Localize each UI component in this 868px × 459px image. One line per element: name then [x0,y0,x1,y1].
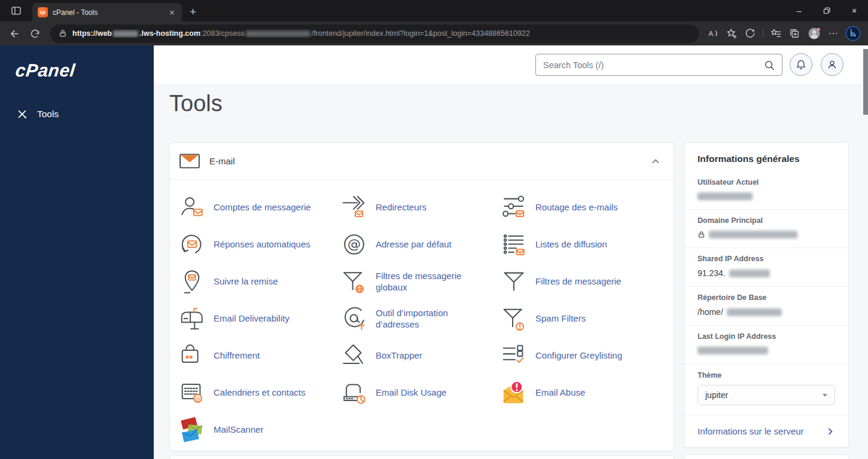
tool-item[interactable]: Spam Filters [500,300,674,337]
tool-link[interactable]: Réponses automatiques [214,238,310,250]
profile-avatar[interactable] [807,26,821,41]
browser-toolbar: https://web.lws-hosting.com:2083/cpsess/… [0,22,868,45]
tool-item[interactable]: Configurer Greylisting [500,337,674,374]
favorites-icon[interactable] [770,27,782,39]
tool-link[interactable]: Comptes de messagerie [214,201,311,213]
lock-icon[interactable] [59,29,67,38]
toolbar-icons: A [705,26,863,41]
tool-link[interactable]: Filtres de messagerie [535,276,621,287]
info-row-value: 91.234. [698,268,835,278]
autoresponders-icon [178,231,206,258]
tool-item[interactable]: BoxTrapper [340,337,500,374]
tool-item[interactable]: Réponses automatiques [178,226,340,263]
read-aloud-icon[interactable]: A [707,27,719,39]
collapse-section-button[interactable] [651,157,660,166]
tool-link[interactable]: Spam Filters [535,313,586,325]
general-info-title: Informations générales [684,143,848,172]
tool-link[interactable]: Outil d’importation d’adresses [376,307,485,331]
back-button[interactable] [5,25,24,42]
info-row-label: Utilisateur Actuel [698,178,835,186]
restore-button[interactable] [813,0,840,22]
notifications-button[interactable] [790,53,812,76]
calendars-contacts-icon: @ [178,379,206,406]
server-info-link[interactable]: Informations sur le serveur [698,426,804,436]
browser-chrome: cp cPanel - Tools × + – × https://web.lw… [0,0,868,45]
bing-chat-icon[interactable] [845,26,861,41]
svg-text:@: @ [348,237,361,252]
address-bar[interactable]: https://web.lws-hosting.com:2083/cpsess/… [50,25,699,43]
tool-link[interactable]: Chiffrement [214,350,260,362]
email-section-card: E-mail Comptes de messagerieRedirecteurs… [169,142,674,451]
tool-link[interactable]: Email Disk Usage [376,387,446,399]
browser-tab[interactable]: cp cPanel - Tools × [32,3,182,22]
new-tab-button[interactable]: + [190,5,196,19]
bell-icon [796,59,806,70]
tool-item[interactable]: Email Deliverability [178,300,340,337]
tool-link[interactable]: Routage des e-mails [535,201,618,213]
sidebar-item-tools[interactable]: Tools [16,108,154,120]
account-button[interactable] [821,53,843,76]
tool-item[interactable]: @Calendriers et contacts [178,374,340,411]
tool-item[interactable]: Email Disk Usage [340,374,500,411]
tool-item[interactable]: Listes de diffusion [500,226,674,263]
tool-item[interactable]: Redirecteurs [340,189,500,226]
tool-item[interactable]: Comptes de messagerie [178,189,340,226]
browser-essentials-icon[interactable] [744,27,756,39]
tool-item[interactable]: Suivre la remise [178,263,340,300]
info-row-label: Last Login IP Address [698,332,835,341]
scrollbar-thumb[interactable] [863,49,868,115]
tool-link[interactable]: Suivre la remise [214,276,278,287]
tool-link[interactable]: Listes de diffusion [535,238,607,250]
page-scrollbar[interactable] [863,45,868,459]
tool-item[interactable]: Outil d’importation d’adresses [340,300,500,337]
tool-link[interactable]: Adresse par défaut [376,238,452,250]
tab-title: cPanel - Tools [53,8,163,17]
server-info-link-row[interactable]: Informations sur le serveur [684,415,848,447]
tool-item[interactable]: Filtres de messagerie [500,263,674,300]
collections-icon[interactable] [788,27,800,39]
redacted-url-segment [246,30,310,37]
search-icon[interactable] [764,60,775,71]
redacted-value [709,231,797,238]
redacted-value [698,347,768,354]
info-row: Répertoire De Base/home/ [684,286,848,325]
tool-item[interactable]: Chiffrement [178,337,340,374]
tool-link[interactable]: Configurer Greylisting [535,350,622,362]
tool-link[interactable]: Redirecteurs [376,201,427,213]
tool-link[interactable]: Email Abuse [535,387,585,399]
refresh-button[interactable] [25,25,44,42]
spam-filters-icon [500,305,528,332]
theme-select[interactable]: jupiter [698,385,835,405]
tool-link[interactable]: Filtres de messagerie globaux [376,270,485,293]
tool-item[interactable]: Filtres de messagerie globaux [340,263,500,300]
svg-text:@: @ [195,395,201,402]
tool-item[interactable]: Email Abuse [500,374,674,411]
search-input[interactable] [543,60,759,70]
info-row-label: Domaine Principal [698,216,835,225]
tool-item[interactable]: MailScanner [178,411,340,448]
value-text: /home/ [698,307,723,317]
add-favorite-icon[interactable] [726,27,738,39]
close-button[interactable]: × [840,0,868,22]
cpanel-logo[interactable]: cPanel [14,60,155,81]
tool-link[interactable]: Calendriers et contacts [214,387,305,399]
tool-link[interactable]: MailScanner [214,424,263,436]
info-row: Utilisateur Actuel [684,172,848,209]
more-options-icon[interactable] [828,28,839,39]
tool-link[interactable]: BoxTrapper [376,350,422,362]
global-filters-icon [340,268,368,295]
tab-close-icon[interactable]: × [167,7,176,17]
tool-item[interactable]: @Adresse par défaut [340,226,500,263]
tool-link[interactable]: Email Deliverability [214,313,290,325]
email-section-header[interactable]: E-mail [170,143,674,180]
value-text: 91.234. [698,268,726,278]
next-section-card-edge [169,455,674,459]
url-text: https://web.lws-hosting.com:2083/cpsess/… [72,29,530,38]
sidebar: cPanel Tools [0,45,154,459]
cpanel-favicon: cp [38,7,48,17]
email-abuse-icon [500,379,528,406]
tab-actions-icon[interactable] [7,2,25,20]
tool-item[interactable]: Routage des e-mails [500,189,674,226]
search-box[interactable] [535,54,782,76]
minimize-button[interactable]: – [785,0,813,22]
